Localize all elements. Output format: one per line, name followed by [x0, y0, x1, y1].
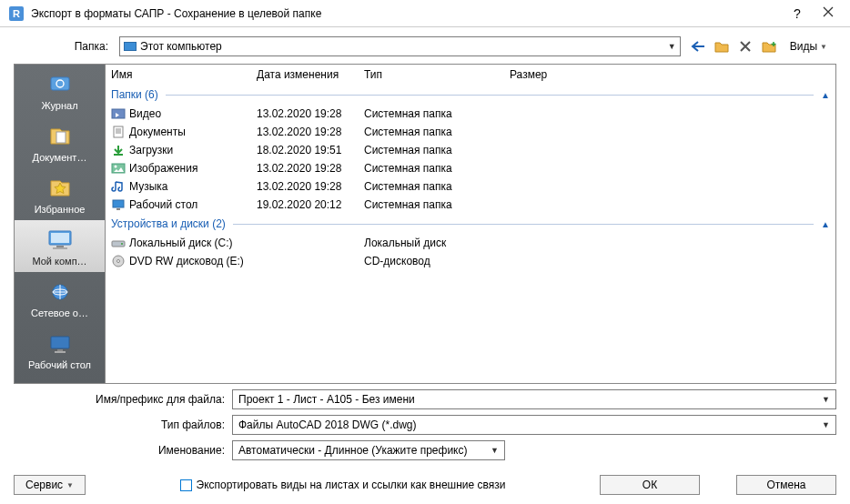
svg-rect-17	[116, 208, 120, 210]
chevron-down-icon: ▼	[491, 446, 499, 455]
delete-button[interactable]	[737, 39, 754, 54]
file-date: 13.02.2020 19:28	[257, 107, 364, 120]
svg-rect-6	[53, 247, 67, 249]
file-name: Музыка	[129, 180, 257, 193]
svg-rect-2	[56, 132, 66, 143]
titlebar: R Экспорт в форматы САПР - Сохранение в …	[0, 0, 850, 27]
sidebar-item-doc[interactable]: Документ…	[15, 116, 105, 168]
ok-button[interactable]: ОК	[600, 475, 700, 495]
svg-rect-10	[57, 349, 63, 351]
file-type: Системная папка	[364, 162, 510, 175]
svg-rect-5	[56, 246, 64, 247]
sidebar-item-label: Журнал	[18, 100, 102, 111]
filename-label: Имя/префикс для файла:	[14, 393, 232, 406]
file-row[interactable]: DVD RW дисковод (E:)CD-дисковод	[106, 252, 835, 270]
group-folders-header[interactable]: Папки (6) ▲	[106, 85, 835, 105]
filetype-value: Файлы AutoCAD 2018 DWG (*.dwg)	[238, 418, 417, 431]
new-folder-button[interactable]	[761, 39, 777, 54]
filetype-combo[interactable]: Файлы AutoCAD 2018 DWG (*.dwg) ▼	[232, 415, 836, 435]
folder-icon	[111, 161, 126, 176]
close-button[interactable]	[823, 6, 841, 21]
column-date[interactable]: Дата изменения	[257, 68, 364, 81]
column-size[interactable]: Размер	[510, 68, 582, 81]
svg-rect-9	[51, 337, 69, 348]
chevron-down-icon: ▼	[822, 395, 830, 404]
column-name[interactable]: Имя	[111, 68, 257, 81]
file-type: Локальный диск	[364, 237, 510, 249]
checkbox-box[interactable]	[180, 479, 192, 491]
chevron-down-icon: ▼	[820, 43, 827, 51]
toolbar: Виды ▼	[686, 39, 836, 54]
file-name: Документы	[129, 126, 257, 138]
doc-icon	[46, 124, 75, 149]
file-name: Видео	[129, 107, 257, 120]
views-dropdown[interactable]: Виды ▼	[784, 40, 833, 53]
chevron-down-icon: ▼	[66, 481, 74, 489]
file-row[interactable]: Рабочий стол19.02.2020 20:12Системная па…	[106, 196, 835, 214]
column-type[interactable]: Тип	[364, 68, 510, 81]
app-icon: R	[9, 6, 24, 21]
help-button[interactable]: ?	[788, 6, 806, 21]
service-dropdown[interactable]: Сервис ▼	[14, 475, 86, 495]
export-links-checkbox[interactable]: Экспортировать виды на листах и ссылки к…	[180, 479, 506, 491]
file-row[interactable]: Музыка13.02.2020 19:28Системная папка	[106, 177, 835, 196]
file-type: Системная папка	[364, 107, 510, 120]
folder-icon	[111, 106, 126, 121]
sidebar-item-fav[interactable]: Избранное	[15, 168, 105, 220]
pc-icon	[124, 42, 137, 51]
cancel-button[interactable]: Отмена	[736, 475, 836, 495]
naming-value: Автоматически - Длинное (Укажите префикс…	[238, 444, 468, 457]
naming-combo[interactable]: Автоматически - Длинное (Укажите префикс…	[232, 440, 505, 460]
pc-icon	[46, 227, 75, 253]
drive-icon	[111, 254, 126, 268]
file-date: 13.02.2020 19:28	[257, 162, 364, 175]
file-row[interactable]: Документы13.02.2020 19:28Системная папка	[106, 123, 835, 141]
svg-point-21	[117, 260, 120, 263]
file-date: 19.02.2020 20:12	[257, 198, 364, 211]
sidebar-item-label: Сетевое о…	[18, 307, 102, 318]
file-type: CD-дисковод	[364, 255, 510, 267]
chevron-down-icon: ▼	[668, 42, 676, 51]
sidebar-item-label: Рабочий стол	[18, 359, 102, 370]
sidebar-item-history[interactable]: Журнал	[15, 65, 105, 116]
file-date: 13.02.2020 19:28	[257, 180, 364, 193]
drive-icon	[111, 236, 126, 250]
svg-rect-13	[114, 126, 123, 137]
sidebar-item-label: Мой комп…	[18, 256, 102, 267]
file-name: Рабочий стол	[129, 198, 257, 211]
sidebar-item-net[interactable]: Сетевое о…	[15, 272, 105, 324]
collapse-icon[interactable]: ▲	[821, 219, 830, 229]
folder-icon	[111, 179, 126, 194]
sidebar-item-desktop[interactable]: Рабочий стол	[15, 324, 105, 376]
file-type: Системная папка	[364, 126, 510, 138]
location-combo[interactable]: Этот компьютер ▼	[119, 36, 681, 56]
file-row[interactable]: Локальный диск (C:)Локальный диск	[106, 234, 835, 252]
group-drives-header[interactable]: Устройства и диски (2) ▲	[106, 214, 835, 234]
filename-combo[interactable]: Проект 1 - Лист - А105 - Без имени ▼	[232, 389, 836, 409]
desktop-icon	[46, 331, 75, 357]
file-type: Системная папка	[364, 180, 510, 193]
location-text: Этот компьютер	[140, 40, 222, 53]
fav-icon	[46, 176, 75, 201]
file-row[interactable]: Загрузки18.02.2020 19:51Системная папка	[106, 141, 835, 159]
file-name: Изображения	[129, 162, 257, 175]
file-date: 18.02.2020 19:51	[257, 144, 364, 156]
open-folder-button[interactable]	[713, 39, 730, 54]
file-name: DVD RW дисковод (E:)	[129, 255, 257, 267]
file-type: Системная папка	[364, 144, 510, 156]
file-row[interactable]: Изображения13.02.2020 19:28Системная пап…	[106, 159, 835, 177]
file-row[interactable]: Видео13.02.2020 19:28Системная папка	[106, 105, 835, 123]
net-icon	[46, 279, 75, 305]
collapse-icon[interactable]: ▲	[821, 90, 830, 100]
svg-point-19	[121, 243, 123, 245]
back-button[interactable]	[690, 39, 706, 54]
file-list-pane: Имя Дата изменения Тип Размер Папки (6) …	[106, 65, 835, 383]
folder-icon	[111, 197, 126, 212]
views-label: Виды	[790, 40, 817, 53]
history-icon	[46, 72, 75, 97]
sidebar-item-label: Избранное	[18, 204, 102, 215]
sidebar-item-pc[interactable]: Мой комп…	[15, 220, 105, 272]
svg-rect-16	[113, 200, 124, 207]
service-label: Сервис	[25, 479, 63, 491]
chevron-down-icon: ▼	[822, 420, 830, 429]
